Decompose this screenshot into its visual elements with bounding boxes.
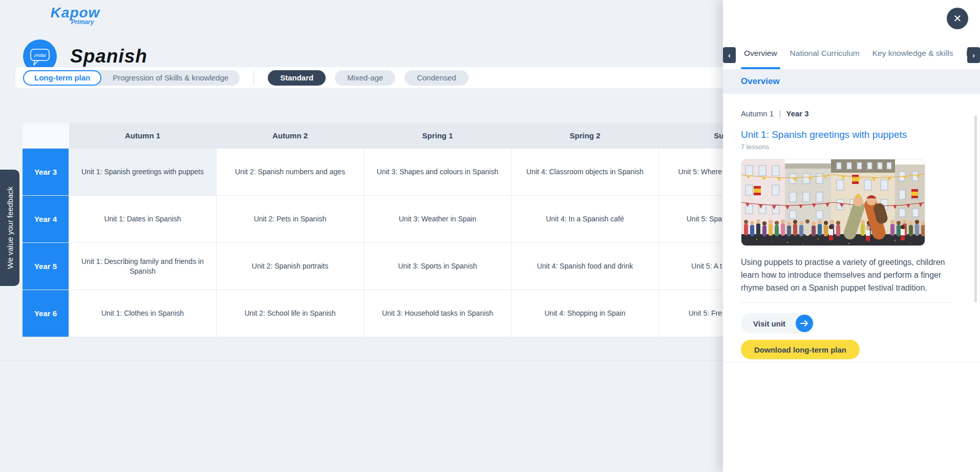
column-header-autumn-1: Autumn 1 bbox=[69, 123, 217, 149]
unit-cell[interactable]: Unit 4: In a Spanish café bbox=[512, 196, 659, 243]
row-header-year-6[interactable]: Year 6 bbox=[23, 290, 69, 337]
tab-long-term-plan[interactable]: Long-term plan bbox=[23, 70, 101, 86]
view-switcher: Long-term plan Progression of Skills & k… bbox=[23, 70, 240, 86]
unit-cell[interactable]: Unit 1: Dates in Spanish bbox=[69, 196, 217, 243]
unit-cell[interactable]: Unit 3: Household tasks in Spanish bbox=[364, 290, 512, 337]
unit-meta-year: Year 3 bbox=[786, 109, 808, 118]
unit-detail-panel: ✕ Overview National Curriculum Key knowl… bbox=[723, 0, 980, 472]
unit-cell[interactable]: Unit 3: Weather in Spain bbox=[364, 196, 512, 243]
unit-cell[interactable]: Unit 4: Shopping in Spain bbox=[512, 290, 659, 337]
unit-cell[interactable]: Unit 4: Classroom objects in Spanish bbox=[512, 149, 659, 196]
unit-cell[interactable]: Unit 4: Spanish food and drink bbox=[512, 243, 659, 290]
filter-divider bbox=[253, 70, 254, 86]
row-header-year-3[interactable]: Year 3 bbox=[23, 149, 69, 196]
kapow-logo[interactable]: Kapow Primary bbox=[50, 6, 101, 26]
feedback-tab-label: We value your feedback bbox=[6, 187, 14, 269]
panel-tab-overview[interactable]: Overview bbox=[744, 37, 777, 69]
chevron-left-icon[interactable]: ‹ bbox=[723, 47, 736, 63]
panel-divider bbox=[723, 362, 980, 363]
panel-tab-key-knowledge-skills[interactable]: Key knowledge & skills bbox=[872, 37, 953, 69]
arrow-right-icon bbox=[796, 315, 813, 332]
long-term-plan-table: Autumn 1 Autumn 2 Spring 1 Spring 2 Summ… bbox=[23, 123, 806, 337]
unit-meta: Autumn 1 | Year 3 bbox=[741, 109, 952, 118]
tab-progression-skills[interactable]: Progression of Skills & knowledge bbox=[101, 73, 240, 82]
panel-heading-band: Overview bbox=[723, 69, 980, 94]
panel-content: Autumn 1 | Year 3 Unit 1: Spanish greeti… bbox=[741, 94, 952, 359]
content-divider bbox=[741, 302, 952, 303]
unit-title-link[interactable]: Unit 1: Spanish greetings with puppets bbox=[741, 129, 907, 140]
unit-cell[interactable]: Unit 3: Sports in Spanish bbox=[364, 243, 512, 290]
tab-condensed[interactable]: Condensed bbox=[404, 70, 468, 86]
panel-tab-national-curriculum[interactable]: National Curriculum bbox=[790, 37, 860, 69]
unit-cell[interactable]: Unit 2: Pets in Spanish bbox=[217, 196, 364, 243]
download-long-term-plan-button[interactable]: Download long-term plan bbox=[741, 340, 860, 359]
panel-heading: Overview bbox=[741, 76, 780, 87]
unit-cell[interactable]: Unit 1: Describing family and friends in… bbox=[69, 243, 217, 290]
column-header-spring-2: Spring 2 bbox=[512, 123, 659, 149]
kapow-logo-main: Kapow bbox=[50, 6, 101, 19]
unit-cell[interactable]: Unit 2: Spanish portraits bbox=[217, 243, 364, 290]
page: Kapow Primary ¡Hola! Spanish We value yo… bbox=[0, 0, 980, 472]
row-header-year-5[interactable]: Year 5 bbox=[23, 243, 69, 290]
lesson-count: 7 lessons bbox=[741, 143, 952, 151]
table-corner-cell bbox=[23, 123, 69, 149]
chevron-right-icon[interactable]: › bbox=[967, 47, 980, 63]
unit-cell[interactable]: Unit 1: Spanish greetings with puppets bbox=[69, 149, 217, 196]
page-title: Spanish bbox=[70, 46, 147, 67]
column-header-autumn-2: Autumn 2 bbox=[217, 123, 364, 149]
unit-description: Using puppets to practise a variety of g… bbox=[741, 256, 948, 294]
visit-unit-label: Visit unit bbox=[753, 319, 785, 328]
unit-illustration bbox=[741, 159, 925, 246]
panel-scrollbar[interactable] bbox=[974, 115, 977, 302]
tab-standard[interactable]: Standard bbox=[268, 70, 326, 86]
unit-cell[interactable]: Unit 1: Clothes in Spanish bbox=[69, 290, 217, 337]
tab-mixed-age[interactable]: Mixed-age bbox=[335, 70, 395, 86]
column-header-spring-1: Spring 1 bbox=[364, 123, 512, 149]
unit-cell[interactable]: Unit 2: School life in Spanish bbox=[217, 290, 364, 337]
svg-text:¡Hola!: ¡Hola! bbox=[34, 53, 46, 58]
unit-cell[interactable]: Unit 2: Spanish numbers and ages bbox=[217, 149, 364, 196]
unit-cell[interactable]: Unit 3: Shapes and colours in Spanish bbox=[364, 149, 512, 196]
unit-meta-separator: | bbox=[779, 109, 781, 118]
panel-tab-bar: Overview National Curriculum Key knowled… bbox=[723, 37, 980, 69]
row-header-year-4[interactable]: Year 4 bbox=[23, 196, 69, 243]
unit-meta-term: Autumn 1 bbox=[741, 109, 774, 118]
visit-unit-button[interactable]: Visit unit bbox=[741, 313, 815, 334]
close-icon[interactable]: ✕ bbox=[947, 8, 968, 29]
mode-switcher: Standard Mixed-age Condensed bbox=[268, 70, 468, 86]
feedback-tab[interactable]: We value your feedback bbox=[0, 170, 19, 286]
